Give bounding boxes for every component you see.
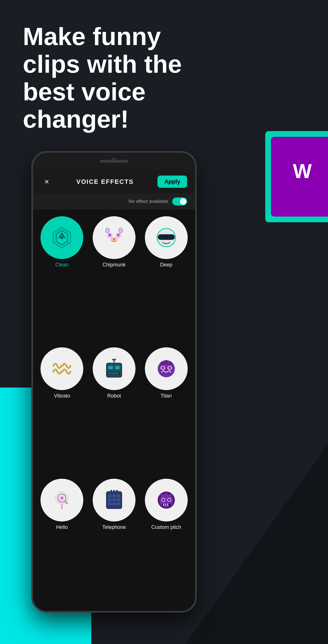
- svg-rect-23: [167, 235, 174, 239]
- svg-point-62: [110, 490, 112, 492]
- effect-label-robot: Robot: [107, 393, 121, 399]
- effect-item-custompitch[interactable]: Custom pitch: [143, 479, 189, 604]
- effect-item-telephone[interactable]: Telephone: [91, 479, 137, 604]
- effect-item-vibrato[interactable]: Vibrato: [39, 347, 85, 473]
- svg-point-13: [118, 234, 119, 236]
- svg-point-44: [169, 367, 171, 369]
- svg-point-70: [168, 499, 170, 501]
- svg-rect-34: [111, 372, 113, 374]
- svg-point-64: [116, 490, 118, 492]
- effect-label-vibrato: Vibrato: [54, 393, 70, 399]
- svg-point-6: [60, 236, 63, 239]
- svg-rect-56: [108, 498, 112, 501]
- effects-grid: Clean: [33, 209, 195, 611]
- effect-label-telephone: Telephone: [102, 524, 126, 530]
- close-button[interactable]: ×: [41, 176, 52, 188]
- svg-point-12: [109, 234, 111, 236]
- effect-label-custompitch: Custom pitch: [151, 524, 181, 530]
- effect-circle-custompitch: [145, 479, 188, 521]
- no-effect-row: No effect available: [33, 193, 195, 209]
- hero-section: Make funny clips with the best voice cha…: [23, 23, 222, 133]
- svg-point-71: [161, 494, 163, 497]
- phone-mockup: × VOICE EFFECTS Apply No effect availabl…: [31, 151, 197, 613]
- svg-rect-31: [112, 359, 116, 360]
- svg-point-72: [165, 493, 168, 496]
- svg-rect-35: [114, 372, 116, 374]
- effect-circle-clean: [41, 216, 83, 259]
- svg-point-69: [162, 499, 165, 501]
- svg-rect-57: [112, 498, 116, 501]
- svg-point-50: [61, 497, 63, 499]
- twitch-icon-box: W: [280, 145, 325, 202]
- effect-item-robot[interactable]: Robot: [91, 347, 137, 473]
- svg-rect-55: [117, 494, 120, 497]
- no-effect-label: No effect available: [128, 199, 168, 204]
- svg-rect-22: [158, 235, 165, 239]
- effect-circle-helio: [41, 479, 83, 521]
- header-title: VOICE EFFECTS: [76, 178, 134, 186]
- svg-rect-2: [288, 188, 294, 191]
- svg-rect-60: [112, 502, 116, 505]
- svg-rect-59: [108, 502, 112, 505]
- effect-circle-chipmunk: [93, 216, 135, 259]
- phone-top-bar: [33, 153, 195, 170]
- svg-text:W: W: [293, 160, 312, 182]
- effect-label-chipmunk: Chipmunk: [102, 262, 125, 268]
- effect-item-helio[interactable]: Helio: [39, 479, 85, 604]
- svg-rect-28: [108, 366, 113, 369]
- toggle-knob: [180, 198, 186, 205]
- svg-rect-27: [106, 363, 122, 377]
- effect-circle-deep: [145, 216, 188, 259]
- effect-circle-vibrato: [41, 347, 83, 390]
- effect-label-deep: Deep: [160, 262, 172, 268]
- svg-point-43: [162, 367, 164, 369]
- phone-frame: × VOICE EFFECTS Apply No effect availabl…: [31, 151, 197, 613]
- hero-title: Make funny clips with the best voice cha…: [23, 23, 222, 133]
- svg-point-63: [113, 490, 115, 492]
- effect-label-clean: Clean: [55, 262, 69, 268]
- svg-rect-29: [115, 366, 120, 369]
- bg-dark-triangle: [185, 445, 328, 644]
- effect-item-deep[interactable]: Deep: [143, 216, 189, 342]
- svg-point-15: [113, 238, 115, 240]
- effect-label-titan: Titan: [161, 393, 172, 399]
- svg-point-19: [120, 229, 122, 232]
- apply-button[interactable]: Apply: [157, 176, 187, 188]
- svg-rect-61: [117, 502, 120, 505]
- effect-item-clean[interactable]: Clean: [39, 216, 85, 342]
- effect-circle-telephone: [93, 479, 135, 521]
- effect-circle-robot: [93, 347, 135, 390]
- svg-point-18: [106, 229, 109, 232]
- svg-rect-77: [167, 504, 168, 506]
- phone-camera: [112, 158, 116, 162]
- effect-item-titan[interactable]: Titan: [143, 347, 189, 473]
- svg-rect-54: [112, 494, 116, 497]
- svg-rect-76: [165, 504, 166, 506]
- effect-item-chipmunk[interactable]: Chipmunk: [91, 216, 137, 342]
- svg-rect-3: [311, 188, 317, 191]
- no-effect-toggle[interactable]: [172, 197, 187, 205]
- svg-rect-36: [116, 372, 118, 374]
- svg-point-73: [169, 494, 172, 497]
- app-header: × VOICE EFFECTS Apply: [33, 170, 195, 193]
- app-content: × VOICE EFFECTS Apply No effect availabl…: [33, 170, 195, 611]
- svg-rect-58: [117, 498, 120, 501]
- effect-label-helio: Helio: [56, 524, 68, 530]
- svg-rect-24: [165, 237, 167, 238]
- svg-rect-53: [108, 494, 112, 497]
- svg-rect-33: [109, 372, 110, 374]
- effect-circle-titan: [145, 347, 188, 390]
- phone-side-button: [195, 238, 197, 261]
- svg-rect-75: [163, 504, 164, 506]
